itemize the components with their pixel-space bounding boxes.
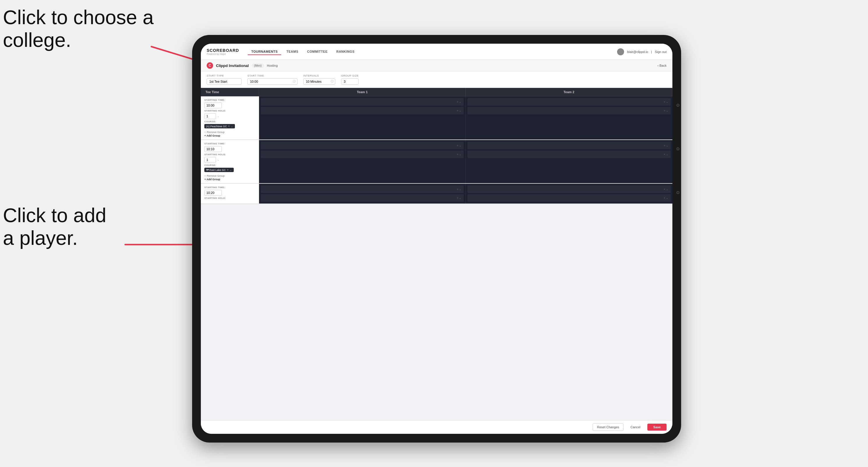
player-slot-2-2[interactable]: × ⌄ bbox=[467, 107, 671, 115]
settings-row: Start Type 1st Tee Start Start Time ⓘ In… bbox=[201, 71, 672, 88]
nav-link-tournaments[interactable]: TOURNAMENTS bbox=[248, 49, 281, 55]
starting-time-input-3[interactable] bbox=[204, 190, 222, 196]
start-time-input[interactable] bbox=[247, 78, 298, 85]
player-slot-6-1[interactable]: × ⌄ bbox=[467, 185, 671, 193]
team1-cell-2: × ⌄ × ⌄ bbox=[259, 140, 466, 183]
hole-arrows-1: ⌄ bbox=[217, 115, 219, 118]
course-tag-x-2[interactable]: × bbox=[227, 168, 229, 172]
starting-time-field-1: ⓘ bbox=[204, 102, 255, 108]
player-remove-2-1[interactable]: × ⌄ bbox=[664, 100, 668, 103]
intervals-group: Intervals 10 Minutes ⓘ bbox=[303, 74, 335, 85]
annotation-top: Click to choose a college. bbox=[3, 6, 178, 51]
player-remove-5-2[interactable]: × ⌄ bbox=[457, 196, 461, 199]
player-slot-4-2[interactable]: × ⌄ bbox=[467, 151, 671, 158]
player-slot-2-1[interactable]: × ⌄ bbox=[467, 98, 671, 106]
team2-cell-2: × ⌄ × ⌄ bbox=[466, 140, 672, 183]
main-content: STARTING TIME: ⓘ STARTING HOLE: ⌄ COURSE… bbox=[201, 96, 672, 420]
course-tag-chevron-2: ⌄ bbox=[230, 168, 232, 172]
player-remove-1-2[interactable]: × ⌄ bbox=[457, 109, 461, 112]
player-slot-6-2[interactable]: × ⌄ bbox=[467, 194, 671, 202]
sign-out-link[interactable]: Sign out bbox=[655, 50, 666, 54]
player-slot-1-1[interactable]: × ⌄ bbox=[261, 98, 464, 106]
player-remove-4-2[interactable]: × ⌄ bbox=[664, 153, 668, 156]
player-slot-4-1[interactable]: × ⌄ bbox=[467, 142, 671, 149]
starting-time-field-3: ⓘ bbox=[204, 190, 255, 196]
player-slot-1-2[interactable]: × ⌄ bbox=[261, 107, 464, 115]
starting-time-input-2[interactable] bbox=[204, 146, 222, 152]
nav-right: blair@clippd.io | Sign out bbox=[617, 48, 666, 55]
cancel-button[interactable]: Cancel bbox=[626, 424, 645, 431]
back-button[interactable]: ‹ Back bbox=[657, 64, 666, 67]
save-button[interactable]: Save bbox=[647, 424, 666, 431]
starting-hole-field-1: ⌄ bbox=[204, 113, 255, 119]
group-actions-2: ○ Remove Group + Add Group bbox=[204, 175, 255, 181]
event-gender: (Men) bbox=[252, 63, 264, 68]
event-title: Clippd Invitational bbox=[216, 63, 249, 68]
hosting-badge: Hosting bbox=[267, 64, 278, 67]
th-tee-time: Tee Time bbox=[201, 88, 259, 96]
starting-hole-label-3: STARTING HOLE: bbox=[204, 197, 255, 199]
starting-time-label-3: STARTING TIME: bbox=[204, 186, 255, 189]
user-email: blair@clippd.io bbox=[627, 50, 648, 54]
start-type-group: Start Type 1st Tee Start bbox=[207, 74, 242, 85]
start-type-label: Start Type bbox=[207, 74, 242, 77]
player-remove-3-2[interactable]: × ⌄ bbox=[457, 153, 461, 156]
player-remove-6-1[interactable]: × ⌄ bbox=[664, 188, 668, 191]
add-group-btn-2[interactable]: + Add Group bbox=[204, 178, 255, 181]
tee-time-row-2: STARTING TIME: ⓘ STARTING HOLE: ⌄ COURSE… bbox=[201, 140, 672, 184]
player-remove-2-2[interactable]: × ⌄ bbox=[664, 109, 668, 112]
starting-time-input-1[interactable] bbox=[204, 102, 222, 108]
start-time-group: Start Time ⓘ bbox=[247, 74, 298, 85]
add-group-btn-1[interactable]: + Add Group bbox=[204, 134, 255, 137]
course-label-2: COURSE: bbox=[204, 164, 255, 166]
tee-time-row-1: STARTING TIME: ⓘ STARTING HOLE: ⌄ COURSE… bbox=[201, 96, 672, 140]
team2-cell-3: × ⌄ × ⌄ bbox=[466, 184, 672, 204]
team2-cell-1: × ⌄ × ⌄ bbox=[466, 96, 672, 139]
nav-link-committee[interactable]: COMMITTEE bbox=[304, 49, 331, 55]
starting-time-label-2: STARTING TIME: bbox=[204, 143, 255, 145]
tee-time-grid-2: STARTING TIME: ⓘ STARTING HOLE: ⌄ COURSE… bbox=[201, 140, 672, 183]
tee-time-grid-1: STARTING TIME: ⓘ STARTING HOLE: ⌄ COURSE… bbox=[201, 96, 672, 139]
start-type-select[interactable]: 1st Tee Start bbox=[207, 78, 242, 85]
nav-link-teams[interactable]: TEAMS bbox=[283, 49, 302, 55]
player-slot-3-1[interactable]: × ⌄ bbox=[261, 142, 464, 149]
player-slot-5-2[interactable]: × ⌄ bbox=[261, 194, 464, 202]
reset-changes-button[interactable]: Reset Changes bbox=[593, 423, 623, 431]
course-tag-x-1[interactable]: × bbox=[228, 125, 230, 128]
th-team2: Team 2 bbox=[466, 88, 672, 96]
remove-group-btn-2[interactable]: ○ Remove Group bbox=[204, 175, 255, 177]
starting-hole-input-2[interactable] bbox=[204, 157, 216, 163]
player-slot-3-2[interactable]: × ⌄ bbox=[261, 151, 464, 158]
intervals-wrap: 10 Minutes ⓘ bbox=[303, 78, 335, 85]
course-tag-1[interactable]: (A) Peachtree GC × ⌄ bbox=[204, 124, 235, 128]
group-size-group: Group Size 3 bbox=[341, 74, 359, 85]
sub-header: C Clippd Invitational (Men) Hosting ‹ Ba… bbox=[201, 60, 672, 71]
player-remove-5-1[interactable]: × ⌄ bbox=[457, 188, 461, 191]
group-size-select[interactable]: 3 bbox=[341, 78, 359, 85]
logo-area: SCOREBOARD Powered by clippd bbox=[207, 48, 239, 55]
remove-group-btn-1[interactable]: ○ Remove Group bbox=[204, 131, 255, 134]
start-time-wrap: ⓘ bbox=[247, 78, 298, 85]
player-remove-4-1[interactable]: × ⌄ bbox=[664, 144, 668, 147]
player-remove-3-1[interactable]: × ⌄ bbox=[457, 144, 461, 147]
nav-link-rankings[interactable]: RANKINGS bbox=[333, 49, 358, 55]
player-slot-5-1[interactable]: × ⌄ bbox=[261, 185, 464, 193]
starting-hole-field-2: ⌄ bbox=[204, 157, 255, 163]
logo-text: SCOREBOARD bbox=[207, 48, 239, 53]
start-time-info-icon: ⓘ bbox=[293, 80, 296, 84]
footer-bar: Reset Changes Cancel Save bbox=[201, 420, 672, 434]
clippd-logo: C bbox=[207, 62, 213, 69]
left-panel-1: STARTING TIME: ⓘ STARTING HOLE: ⌄ COURSE… bbox=[201, 96, 259, 139]
tablet-device: SCOREBOARD Powered by clippd TOURNAMENTS… bbox=[192, 35, 681, 442]
nav-links: TOURNAMENTS TEAMS COMMITTEE RANKINGS bbox=[248, 49, 617, 55]
starting-hole-input-1[interactable] bbox=[204, 113, 216, 119]
th-team1: Team 1 bbox=[259, 88, 466, 96]
course-tag-chevron-1: ⌄ bbox=[231, 125, 233, 128]
player-remove-1-1[interactable]: × ⌄ bbox=[457, 100, 461, 103]
player-remove-6-2[interactable]: × ⌄ bbox=[664, 196, 668, 199]
course-field-1: (A) Peachtree GC × ⌄ bbox=[204, 124, 255, 128]
intervals-info-icon: ⓘ bbox=[331, 80, 334, 84]
course-tag-2[interactable]: 🗺 East Lake GC × ⌄ bbox=[204, 168, 234, 172]
logo-sub: Powered by clippd bbox=[207, 53, 239, 55]
course-label-1: COURSE: bbox=[204, 120, 255, 123]
